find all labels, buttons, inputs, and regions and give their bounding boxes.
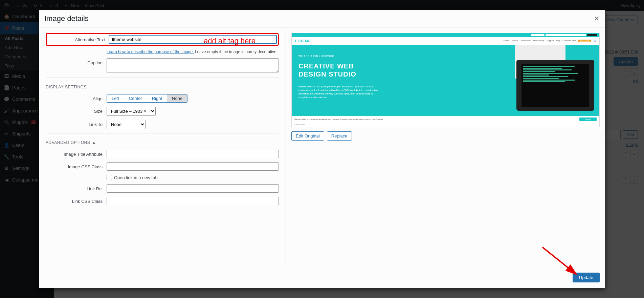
- css-class-input[interactable]: [107, 162, 279, 171]
- link-css-input[interactable]: [107, 197, 279, 205]
- link-rel-input[interactable]: [107, 184, 279, 193]
- edit-original-button[interactable]: Edit Original: [291, 131, 324, 141]
- align-center-button[interactable]: Center: [124, 94, 147, 102]
- preview-accept-button: Accept: [579, 118, 597, 121]
- linkto-select[interactable]: None: [107, 120, 146, 129]
- css-class-label: Image CSS Class: [46, 162, 107, 169]
- preview-cookie-text: We use cookies to improve your experienc…: [294, 118, 383, 120]
- link-rel-label: Link Rel: [46, 184, 107, 191]
- preview-heading-1: CREATIVE WEB: [298, 62, 505, 70]
- preview-paragraph: Established from 2013, we provide Open S…: [298, 85, 380, 99]
- link-css-label: Link CSS Class: [46, 197, 107, 204]
- size-label: Size: [46, 107, 107, 114]
- alt-help-link[interactable]: Learn how to describe the purpose of the…: [107, 49, 194, 54]
- replace-button[interactable]: Replace: [327, 131, 352, 141]
- caption-input[interactable]: [107, 58, 279, 72]
- title-attr-label: Image Title Attribute: [46, 150, 107, 157]
- preview-cookiepolicy: Cookie Policy: [292, 122, 599, 127]
- update-button[interactable]: Update: [573, 273, 600, 282]
- preview-logo: LTHEME: [295, 39, 311, 43]
- advanced-options-heading[interactable]: ADVANCED OPTIONS▲: [46, 140, 279, 145]
- caption-label: Caption: [46, 58, 107, 65]
- alt-text-label: Alternative Text: [48, 35, 109, 42]
- align-right-button[interactable]: Right: [147, 94, 167, 102]
- alt-help-text: Leave empty if the image is purely decor…: [194, 49, 277, 54]
- title-attr-input[interactable]: [107, 150, 279, 158]
- open-new-tab-label: Open link in a new tab: [114, 175, 158, 180]
- alt-text-highlight: Alternative Text add alt tag here: [46, 33, 279, 46]
- close-icon[interactable]: ✕: [594, 15, 600, 23]
- image-preview: LTHEME HomeJoomla!WordPressMembershipSup…: [291, 33, 600, 127]
- linkto-label: Link To: [46, 120, 107, 127]
- align-none-button[interactable]: None: [167, 94, 187, 102]
- chevron-up-icon: ▲: [92, 140, 96, 145]
- display-settings-heading: DISPLAY SETTINGS: [46, 85, 279, 89]
- align-label: Align: [46, 94, 107, 101]
- modal-title: Image details: [44, 14, 89, 23]
- size-select[interactable]: Full Size – 1903 × 937: [107, 107, 156, 116]
- alt-text-input[interactable]: [109, 35, 276, 44]
- open-new-tab-checkbox[interactable]: [107, 175, 112, 180]
- preview-heading-2: DESIGN STUDIO: [298, 70, 505, 78]
- align-left-button[interactable]: Left: [107, 94, 124, 102]
- preview-nav-links: HomeJoomla!WordPressMembershipSupportBlo…: [504, 40, 596, 42]
- image-details-modal: Image details ✕ Alternative Text add alt…: [39, 10, 605, 288]
- preview-tagline: WE ARE A FULL SERVICE: [298, 55, 505, 57]
